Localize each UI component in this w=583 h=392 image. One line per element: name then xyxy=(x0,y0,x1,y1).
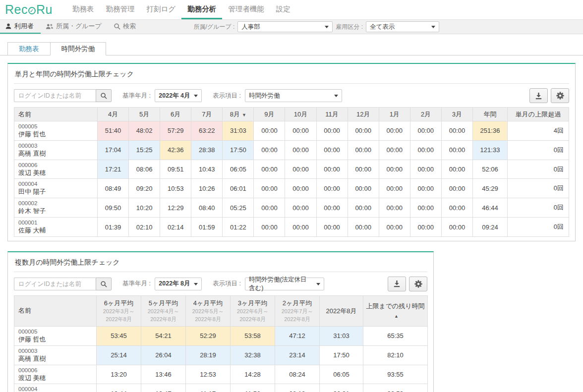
download-icon xyxy=(393,280,401,288)
subnav-tabs: 利用者所属・グループ検索 xyxy=(0,20,143,34)
base-month-label: 基準年月 : xyxy=(122,280,151,288)
employee-name-cell: 000004田中 陽子 xyxy=(14,179,98,198)
main-nav-item-6[interactable]: 設定 xyxy=(270,0,296,19)
overtime-value-cell: 01:59 xyxy=(191,218,223,237)
overtime-value-cell: 09:20 xyxy=(129,179,160,198)
overtime-value-cell: 08:49 xyxy=(98,179,129,198)
sub-nav: 利用者所属・グループ検索 所属/グループ : 人事部 雇用区分 : 全て表示 xyxy=(0,20,583,34)
column-header-4ヶ月平均: 4ヶ月平均2022年5月～2022年8月 xyxy=(186,295,231,326)
search-button[interactable] xyxy=(96,278,112,290)
employee-name-cell: 000005伊藤 哲也 xyxy=(14,121,98,141)
subnav-tab-3[interactable]: 検索 xyxy=(109,20,143,34)
overtime-value-cell: 52:06 xyxy=(473,160,508,179)
subnav-tab-label: 検索 xyxy=(123,22,136,31)
main-nav-item-5[interactable]: 管理者機能 xyxy=(222,0,270,19)
overtime-value-cell: 28:38 xyxy=(191,140,223,160)
header-row: 名前6ヶ月平均2022年3月～2022年8月5ヶ月平均2022年4月～2022年… xyxy=(14,295,428,326)
overtime-value-cell: 45:29 xyxy=(473,179,508,198)
overtime-value-cell: 00:00 xyxy=(410,140,441,160)
overtime-value-cell: 00:00 xyxy=(285,179,316,198)
column-title: 2ヶ月平均 xyxy=(275,298,319,308)
display-item-label: 表示項目 : xyxy=(213,280,241,288)
employee-id: 000002 xyxy=(18,200,93,207)
display-item-select[interactable]: 時間外労働(法定休日含む) xyxy=(245,278,324,290)
group-filter-select[interactable]: 人事部 xyxy=(237,21,333,32)
column-period-to: 2022年8月 xyxy=(275,316,319,324)
overtime-value-cell: 57:29 xyxy=(160,121,191,141)
overtime-value-cell: 00:00 xyxy=(348,160,379,179)
overtime-value-cell: 11:17 xyxy=(186,384,231,392)
table-row: 000003高橋 直樹17:0415:2542:3628:3817:5000:0… xyxy=(14,140,569,160)
overtime-value-cell: 13:46 xyxy=(141,365,186,384)
column-period-from: 2022年5月～ xyxy=(186,308,230,316)
employment-filter-select[interactable]: 全て表示 xyxy=(366,21,439,32)
overtime-value-cell: 15:25 xyxy=(129,140,160,160)
overtime-value-cell: 00:00 xyxy=(316,121,348,141)
settings-button[interactable] xyxy=(551,88,569,103)
employee-id: 000004 xyxy=(18,386,92,392)
employee-name: 渡辺 美穂 xyxy=(18,374,92,383)
main-nav-item-1[interactable]: 勤務表 xyxy=(66,0,100,19)
monthly-panel-title: 単月と年間の時間外労働上限チェック xyxy=(14,68,569,84)
column-period-from: 2022年4月～ xyxy=(141,308,185,316)
page-tab-2[interactable]: 時間外労働 xyxy=(50,42,107,56)
overtime-value-cell: 00:00 xyxy=(254,218,285,237)
sort-desc-icon: ▼ xyxy=(242,112,246,117)
recoru-logo[interactable]: Rec✓Ru xyxy=(0,0,59,19)
overtime-value-cell: 00:00 xyxy=(285,140,316,160)
download-button[interactable] xyxy=(529,88,548,103)
download-button[interactable] xyxy=(388,277,406,291)
chevron-down-icon xyxy=(194,283,198,285)
excess-count-cell: 0回 xyxy=(508,218,569,237)
column-header-4月: 4月 xyxy=(98,108,129,121)
search-input[interactable] xyxy=(14,278,96,290)
overtime-value-cell: 54:21 xyxy=(141,326,186,345)
overtime-value-cell: 00:00 xyxy=(410,218,441,237)
column-header-3月: 3月 xyxy=(441,108,472,121)
subnav-tab-2[interactable]: 所属・グループ xyxy=(41,20,109,34)
table-row: 000003高橋 直樹25:1426:0428:1932:3823:1417:5… xyxy=(14,345,428,365)
overtime-value-cell: 12:29 xyxy=(160,198,191,218)
column-header-単月の上限超過: 単月の上限超過 xyxy=(508,108,569,121)
column-header-9月: 9月 xyxy=(254,108,285,121)
settings-button[interactable] xyxy=(409,277,427,291)
employee-name-cell: 000004田中 陽子 xyxy=(14,384,97,392)
base-month-value: 2022年 4月 xyxy=(159,92,190,100)
column-header-1月: 1月 xyxy=(379,108,410,121)
base-month-select[interactable]: 2022年 4月 xyxy=(155,89,202,102)
subnav-tab-1[interactable]: 利用者 xyxy=(0,20,41,34)
overtime-value-cell: 02:14 xyxy=(160,218,191,237)
search-input[interactable] xyxy=(14,89,96,102)
display-item-value: 時間外労働(法定休日含む) xyxy=(249,276,313,292)
overtime-value-cell: 17:50 xyxy=(223,140,254,160)
overtime-value-cell: 00:00 xyxy=(254,198,285,218)
page-tab-1[interactable]: 勤務表 xyxy=(7,42,51,56)
table-row: 000006渡辺 美穂17:2108:0609:5110:4306:0500:0… xyxy=(14,160,569,179)
overtime-value-cell: 00:00 xyxy=(285,160,316,179)
search-button[interactable] xyxy=(96,89,112,102)
display-item-select[interactable]: 時間外労働 xyxy=(245,89,342,102)
main-nav-item-3[interactable]: 打刻ログ xyxy=(140,0,181,19)
overtime-value-cell: 09:51 xyxy=(160,160,191,179)
overtime-value-cell: 00:00 xyxy=(348,218,379,237)
overtime-value-cell: 08:13 xyxy=(275,384,320,392)
chevron-down-icon xyxy=(316,283,320,285)
main-nav-item-4[interactable]: 勤務分析 xyxy=(181,0,222,19)
overtime-value-cell: 31:03 xyxy=(223,121,254,141)
column-header-上限までの残り時間[interactable]: 上限までの残り時間▲ xyxy=(363,295,428,326)
main-nav-item-2[interactable]: 勤務管理 xyxy=(100,0,140,19)
column-header-8月[interactable]: 8月▼ xyxy=(223,108,254,121)
column-title: 3ヶ月平均 xyxy=(231,298,275,308)
overtime-value-cell: 13:20 xyxy=(97,365,141,384)
column-period-to: 2022年8月 xyxy=(186,316,230,324)
overtime-value-cell: 31:03 xyxy=(320,326,363,345)
overtime-value-cell: 14:28 xyxy=(231,365,275,384)
overtime-value-cell: 00:00 xyxy=(316,179,348,198)
employee-name-cell: 000006渡辺 美穂 xyxy=(14,160,98,179)
overtime-value-cell: 26:04 xyxy=(141,345,186,365)
overtime-value-cell: 93:59 xyxy=(363,384,428,392)
excess-count-cell: 4回 xyxy=(508,121,569,141)
employee-name: 佐藤 大輔 xyxy=(18,226,93,235)
base-month-select[interactable]: 2022年 8月 xyxy=(155,278,202,290)
column-period-from: 2022年3月～ xyxy=(97,308,141,316)
